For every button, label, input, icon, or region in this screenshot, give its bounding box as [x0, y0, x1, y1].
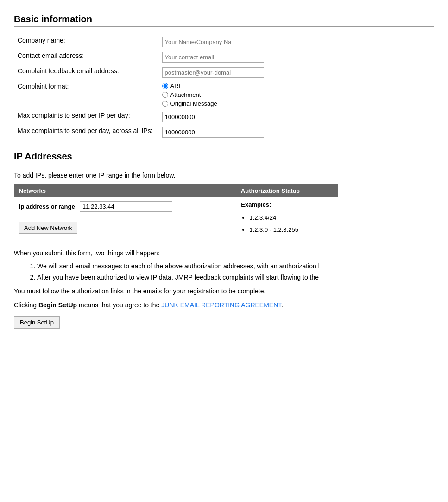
- ip-address-row: Ip address or range:: [19, 201, 231, 212]
- begin-setup-button[interactable]: Begin SetUp: [14, 316, 60, 329]
- basic-info-table: Company name: Contact email address: Com…: [14, 34, 268, 140]
- submit-list-item-1: We will send email messages to each of t…: [37, 262, 434, 270]
- max-ip-input[interactable]: [162, 112, 264, 122]
- max-all-row: Max complaints to send per day, across a…: [14, 125, 268, 140]
- junk-email-link[interactable]: JUNK EMAIL REPORTING AGREEMENT: [161, 301, 281, 309]
- complaint-format-row: Complaint format: ARF Attachment Origina…: [14, 80, 268, 109]
- agree-prefix: Clicking: [14, 301, 38, 309]
- radio-arf-label[interactable]: ARF: [162, 83, 264, 89]
- complaint-email-input[interactable]: [162, 67, 264, 78]
- max-ip-label: Max complaints to send per IP per day:: [14, 109, 158, 125]
- complaint-email-row: Complaint feedback email address:: [14, 65, 268, 80]
- auth-examples-cell: Examples: 1.2.3.4/24 1.2.3.0 - 1.2.3.255: [236, 197, 338, 240]
- add-network-button[interactable]: Add New Network: [19, 222, 77, 234]
- radio-attachment-text: Attachment: [170, 91, 201, 98]
- radio-original[interactable]: [162, 101, 168, 107]
- radio-attachment[interactable]: [162, 92, 168, 98]
- ip-address-label: Ip address or range:: [19, 203, 77, 210]
- radio-attachment-label[interactable]: Attachment: [162, 91, 264, 98]
- ip-input-cell: Ip address or range: Add New Network: [14, 197, 236, 240]
- complaint-format-label: Complaint format:: [14, 80, 158, 109]
- ip-table: Networks Authorization Status Ip address…: [14, 184, 338, 240]
- complaint-format-group: ARF Attachment Original Message: [162, 83, 264, 107]
- radio-original-text: Original Message: [170, 100, 217, 107]
- ip-divider: [14, 164, 434, 164]
- auth-note: You must follow the authorization links …: [14, 287, 434, 295]
- agree-bold: Begin SetUp: [38, 301, 77, 309]
- ip-input-row: Ip address or range: Add New Network Exa…: [14, 197, 338, 240]
- basic-info-heading: Basic information: [14, 14, 434, 25]
- submit-intro: When you submit this form, two things wi…: [14, 249, 434, 257]
- company-name-input[interactable]: [162, 37, 264, 47]
- examples-header: Examples:: [241, 201, 333, 208]
- ip-table-header-row: Networks Authorization Status: [14, 184, 338, 197]
- company-name-row: Company name:: [14, 34, 268, 50]
- ip-addresses-heading: IP Addresses: [14, 151, 434, 162]
- col-networks-header: Networks: [14, 184, 236, 197]
- contact-email-label: Contact email address:: [14, 50, 158, 65]
- ip-intro-text: To add IPs, please enter one IP range in…: [14, 172, 434, 179]
- example-item-1: 1.2.3.4/24: [249, 212, 333, 224]
- complaint-email-label: Complaint feedback email address:: [14, 65, 158, 80]
- max-all-label: Max complaints to send per day, across a…: [14, 125, 158, 140]
- agree-note: Clicking Begin SetUp means that you agre…: [14, 301, 434, 309]
- examples-list: 1.2.3.4/24 1.2.3.0 - 1.2.3.255: [241, 212, 333, 236]
- max-ip-row: Max complaints to send per IP per day:: [14, 109, 268, 125]
- radio-arf[interactable]: [162, 83, 168, 89]
- max-all-input[interactable]: [162, 127, 264, 138]
- radio-arf-text: ARF: [170, 83, 183, 89]
- company-name-label: Company name:: [14, 34, 158, 50]
- basic-info-divider: [14, 26, 434, 27]
- agree-middle: means that you agree to the: [77, 301, 161, 309]
- agree-suffix: .: [281, 301, 283, 309]
- submit-list-item-2: After you have been authorized to view I…: [37, 273, 434, 281]
- contact-email-input[interactable]: [162, 52, 264, 63]
- radio-original-label[interactable]: Original Message: [162, 100, 264, 107]
- contact-email-row: Contact email address:: [14, 50, 268, 65]
- example-item-2: 1.2.3.0 - 1.2.3.255: [249, 224, 333, 236]
- ip-address-input[interactable]: [80, 201, 172, 212]
- submit-list: We will send email messages to each of t…: [14, 262, 434, 281]
- col-auth-header: Authorization Status: [236, 184, 338, 197]
